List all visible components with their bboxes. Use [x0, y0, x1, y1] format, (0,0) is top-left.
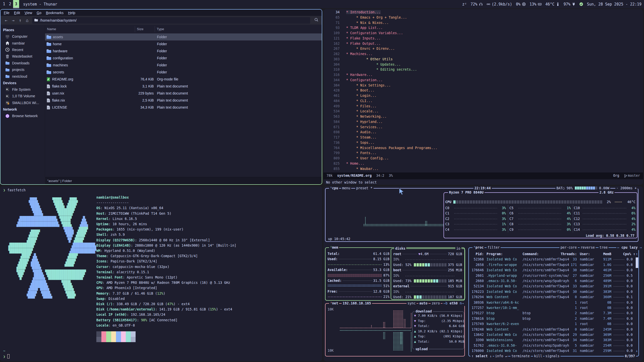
net-iface[interactable]: ←b eth0 n→	[442, 301, 465, 306]
proc-mem: 245M	[603, 327, 611, 332]
back-button[interactable]: ←	[3, 17, 10, 24]
menu-edit[interactable]: Edit	[12, 11, 22, 15]
net-auto[interactable]: auto	[418, 301, 428, 306]
sidebar-item-file-system[interactable]: File System	[1, 86, 45, 93]
graph-dots	[613, 259, 625, 260]
disks-io-title[interactable]: io	[455, 246, 461, 251]
up-button[interactable]: ↑	[17, 17, 24, 24]
proc-filter[interactable]: filter	[487, 245, 501, 250]
meter-block	[575, 200, 577, 204]
upload-title[interactable]: upload	[415, 347, 429, 352]
preset-button[interactable]: preset *	[355, 186, 374, 191]
file-row-hardware[interactable]: hardwareFolder	[45, 48, 322, 55]
sidebar-item-browse-network[interactable]: Browse Network	[1, 113, 45, 119]
proc-user: nambiar	[580, 332, 594, 337]
file-row-secrets[interactable]: secretsFolder	[45, 69, 322, 76]
sidebar-item-downloads[interactable]: Downloads	[1, 60, 45, 66]
path-bar[interactable]: /home/nambiar/system/	[32, 17, 310, 24]
proc-pid: 176223	[472, 289, 484, 294]
proc-footer-select[interactable]: ↑ select ↓	[470, 354, 493, 359]
proc-footer-kill[interactable]: kill	[533, 354, 543, 359]
net-sync[interactable]: sync	[407, 301, 417, 306]
sidebar-item-1-0-tb-volume[interactable]: 1,0 TB Volume	[1, 93, 45, 99]
proc-pid: 2660	[476, 278, 484, 284]
fastfetch-entry: Disk (/home/nambiar/external): 141.19 Gi…	[96, 307, 236, 312]
sidebar-item-projects[interactable]: projects	[1, 66, 45, 73]
proc-cpu: 0.0	[627, 305, 633, 310]
menu-file[interactable]: File	[2, 11, 12, 15]
file-row-license[interactable]: LICENSE34,3 KiBPlain text document	[45, 104, 322, 111]
mem-value: 53.3 GiB	[372, 267, 391, 273]
meter-block	[487, 200, 489, 204]
proc-sort[interactable]: ← cpu lazy →	[616, 245, 643, 250]
proc-user: root	[580, 305, 588, 310]
file-row-assets[interactable]: assetsFolder	[45, 33, 322, 40]
sidebar-item-nambiar[interactable]: nambiar	[1, 40, 45, 46]
file-row-user-nix[interactable]: user.nix229 bytesPlain text document	[45, 90, 322, 97]
menu-bookmarks[interactable]: Bookmarks	[44, 11, 66, 15]
disk-name: root	[392, 251, 402, 257]
file-row-home[interactable]: homeFolder	[45, 40, 322, 48]
proc-threads: 1	[575, 321, 577, 327]
graph-dots	[613, 275, 625, 277]
org-heading-line: 855* Waubar...	[326, 166, 642, 172]
graph-dots	[613, 302, 625, 303]
proc-footer-terminate[interactable]: terminate	[510, 354, 531, 359]
disk-used-value: 187 GiB	[448, 294, 462, 300]
meter-block	[414, 295, 416, 299]
cpu-box-title[interactable]: ¹cpu	[329, 186, 339, 191]
forward-button[interactable]: →	[10, 17, 17, 24]
proc-user: nambiar	[580, 294, 594, 300]
file-row-configuration[interactable]: configurationFolder	[45, 55, 322, 62]
sidebar-item-computer[interactable]: Computer	[1, 33, 45, 40]
mem-box-title[interactable]: ²mem	[329, 245, 339, 250]
net-box-title[interactable]: ³net	[329, 301, 339, 306]
sidebar-item-wastebasket[interactable]: Wastebasket	[1, 53, 45, 60]
column-header-type[interactable]: Type	[155, 26, 322, 32]
terminal-btop: ¹cpumenupreset *22:19:44BAT○ 98% 0.00W- …	[324, 186, 643, 361]
proc-per-core[interactable]: per-core	[559, 245, 578, 250]
sidebar-heading-devices: Devices	[1, 80, 45, 86]
proc-box-title[interactable]: ⁴proc	[472, 245, 485, 250]
workspace-1[interactable]: 1	[1, 0, 7, 8]
proc-footer-count[interactable]: 0/397	[624, 354, 636, 359]
menu-button[interactable]: menu	[341, 186, 351, 191]
proc-footer-info[interactable]: info ↵	[494, 354, 508, 359]
sidebar-item-recent[interactable]: Recent	[1, 47, 45, 53]
cpu-freq[interactable]: 2.8 GHz	[598, 190, 615, 195]
menu-help[interactable]: Help	[66, 11, 78, 15]
cpu-model[interactable]: Ryzen 7 PRO 8840U	[448, 190, 485, 195]
cpu-total-label: CPU	[445, 199, 451, 205]
file-row-flake-nix[interactable]: flake.nix2,5 KiBPlain text document	[45, 97, 322, 104]
menu-go[interactable]: Go	[34, 11, 44, 15]
column-header-size[interactable]: Size	[135, 26, 155, 32]
file-row-readme-org[interactable]: README.org76,4 KiBOrg-mode file	[45, 76, 322, 83]
workspace-2[interactable]: 2	[7, 0, 13, 8]
home-icon	[5, 41, 10, 45]
net-ip[interactable]: 192.168.10.165	[342, 301, 372, 306]
net-zero[interactable]: zero	[431, 301, 441, 306]
menu-view[interactable]: View	[22, 11, 34, 15]
meter-block	[444, 263, 447, 266]
proc-reverse[interactable]: reverse	[580, 245, 596, 250]
file-row-machines[interactable]: machinesFolder	[45, 62, 322, 69]
proc-tree[interactable]: tree	[598, 245, 609, 250]
proc-program: Isolated Web Co	[487, 348, 517, 353]
workspace-3[interactable]: 3	[13, 0, 19, 8]
proc-cpu: 0.0	[627, 284, 633, 289]
proc-scrollbar-thumb[interactable]	[636, 257, 638, 268]
search-button[interactable]	[313, 17, 320, 24]
meter-block	[453, 200, 456, 204]
proc-footer-signals[interactable]: signals	[544, 354, 560, 359]
interval-control[interactable]: - 2000ms +	[615, 186, 638, 191]
bar-module-idle-inhibitor: zᶻ	[462, 2, 467, 7]
sidebar-item-nextcloud[interactable]: nextcloud	[1, 73, 45, 79]
column-header-name[interactable]: Name	[45, 27, 135, 31]
sidebar-item-smallbox-wi-[interactable]: SMALLBOX Wi...	[1, 100, 45, 106]
file-row-flake-lock[interactable]: flake.lock3,1 KiBPlain text document	[45, 83, 322, 90]
proc-header: Program:	[487, 251, 503, 257]
home-button[interactable]: ⌂	[24, 17, 31, 24]
disks-box-title[interactable]: disks	[394, 246, 406, 251]
shell-prompt[interactable]: ❯	[3, 354, 10, 359]
mem-value: 31.5 GiB	[372, 278, 391, 283]
